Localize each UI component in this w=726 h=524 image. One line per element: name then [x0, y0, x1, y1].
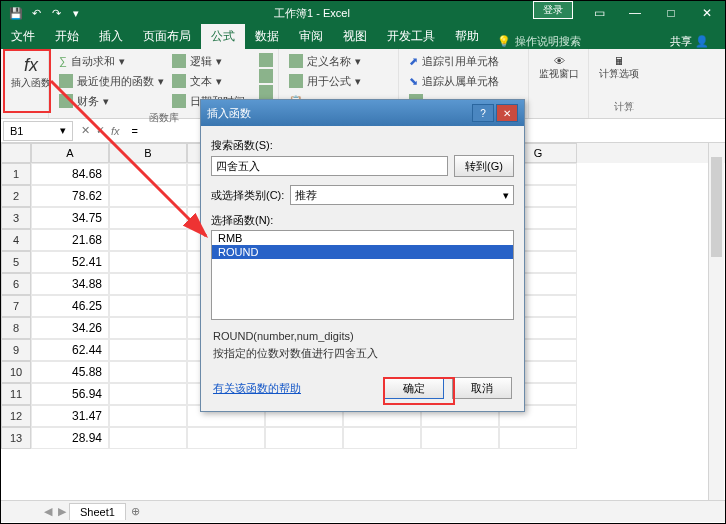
undo-icon[interactable]: ↶ [27, 4, 45, 22]
cell[interactable]: 31.47 [31, 405, 109, 427]
cell[interactable]: 78.62 [31, 185, 109, 207]
login-button[interactable]: 登录 [533, 1, 573, 19]
row-header[interactable]: 1 [1, 163, 31, 185]
calc-options-button[interactable]: 🖩 计算选项 [595, 51, 643, 85]
tab-home[interactable]: 开始 [45, 24, 89, 49]
sheet-tab[interactable]: Sheet1 [69, 503, 126, 520]
autosum-button[interactable]: ∑自动求和 ▾ [55, 51, 168, 71]
row-header[interactable]: 4 [1, 229, 31, 251]
cell[interactable]: 34.75 [31, 207, 109, 229]
new-sheet-button[interactable]: ⊕ [126, 505, 146, 518]
tab-insert[interactable]: 插入 [89, 24, 133, 49]
group-calculation: 计算 [595, 100, 653, 116]
qat-dropdown-icon[interactable]: ▾ [67, 4, 85, 22]
define-name-button[interactable]: 定义名称 ▾ [285, 51, 392, 71]
cell[interactable]: 62.44 [31, 339, 109, 361]
maximize-icon[interactable]: □ [653, 1, 689, 25]
financial-button[interactable]: 财务 ▾ [55, 91, 168, 111]
cell[interactable] [109, 339, 187, 361]
cell[interactable] [499, 427, 577, 449]
cell[interactable] [109, 207, 187, 229]
cell[interactable] [109, 295, 187, 317]
row-header[interactable]: 2 [1, 185, 31, 207]
help-link[interactable]: 有关该函数的帮助 [213, 381, 301, 396]
cell[interactable] [109, 185, 187, 207]
tell-me-search[interactable]: 💡 操作说明搜索 [489, 34, 589, 49]
cell[interactable] [109, 427, 187, 449]
cell[interactable] [109, 229, 187, 251]
tab-view[interactable]: 视图 [333, 24, 377, 49]
row-header[interactable]: 9 [1, 339, 31, 361]
tab-help[interactable]: 帮助 [445, 24, 489, 49]
list-item[interactable]: ROUND [212, 245, 513, 259]
category-select[interactable]: 推荐 ▾ [290, 185, 514, 205]
function-listbox[interactable]: RMB ROUND [211, 230, 514, 320]
close-icon[interactable]: ✕ [689, 1, 725, 25]
tab-data[interactable]: 数据 [245, 24, 289, 49]
row-header[interactable]: 5 [1, 251, 31, 273]
search-function-input[interactable] [211, 156, 448, 176]
row-header[interactable]: 7 [1, 295, 31, 317]
share-button[interactable]: 共享 👤 [662, 34, 717, 49]
row-header[interactable]: 6 [1, 273, 31, 295]
tab-review[interactable]: 审阅 [289, 24, 333, 49]
cell[interactable] [109, 361, 187, 383]
vertical-scrollbar[interactable] [708, 143, 724, 500]
row-header[interactable]: 12 [1, 405, 31, 427]
more-functions-icon[interactable] [259, 85, 273, 99]
cell[interactable]: 52.41 [31, 251, 109, 273]
logical-button[interactable]: 逻辑 ▾ [168, 51, 259, 71]
row-header[interactable]: 11 [1, 383, 31, 405]
cell[interactable]: 84.68 [31, 163, 109, 185]
column-header[interactable]: A [31, 143, 109, 163]
recent-functions-button[interactable]: 最近使用的函数 ▾ [55, 71, 168, 91]
math-trig-icon[interactable] [259, 69, 273, 83]
cell[interactable] [187, 427, 265, 449]
ribbon-options-icon[interactable]: ▭ [581, 1, 617, 25]
cell[interactable] [421, 427, 499, 449]
dialog-titlebar[interactable]: 插入函数 ? ✕ [201, 100, 524, 126]
sheet-nav-prev[interactable]: ◀ [41, 505, 55, 518]
cell[interactable] [109, 405, 187, 427]
dialog-close-icon[interactable]: ✕ [496, 104, 518, 122]
cell[interactable] [109, 317, 187, 339]
row-header[interactable]: 3 [1, 207, 31, 229]
cell[interactable] [109, 383, 187, 405]
tab-devtools[interactable]: 开发工具 [377, 24, 445, 49]
text-button[interactable]: 文本 ▾ [168, 71, 259, 91]
scrollbar-thumb[interactable] [711, 157, 722, 257]
row-header[interactable]: 8 [1, 317, 31, 339]
use-in-formula-button[interactable]: 用于公式 ▾ [285, 71, 392, 91]
save-icon[interactable]: 💾 [7, 4, 25, 22]
column-header[interactable]: B [109, 143, 187, 163]
cell[interactable] [265, 427, 343, 449]
redo-icon[interactable]: ↷ [47, 4, 65, 22]
trace-dependents-button[interactable]: ⬊追踪从属单元格 [405, 71, 522, 91]
sheet-nav-next[interactable]: ▶ [55, 505, 69, 518]
cell[interactable] [109, 273, 187, 295]
go-button[interactable]: 转到(G) [454, 155, 514, 177]
cell[interactable] [343, 427, 421, 449]
cell[interactable]: 46.25 [31, 295, 109, 317]
cell[interactable]: 56.94 [31, 383, 109, 405]
row-header[interactable]: 10 [1, 361, 31, 383]
cell[interactable]: 34.88 [31, 273, 109, 295]
tab-page-layout[interactable]: 页面布局 [133, 24, 201, 49]
watch-window-button[interactable]: 👁 监视窗口 [535, 51, 583, 85]
cell[interactable] [109, 251, 187, 273]
row-header[interactable]: 13 [1, 427, 31, 449]
cell[interactable]: 45.88 [31, 361, 109, 383]
cell[interactable]: 34.26 [31, 317, 109, 339]
cell[interactable] [109, 163, 187, 185]
trace-precedents-button[interactable]: ⬈追踪引用单元格 [405, 51, 522, 71]
list-item[interactable]: RMB [212, 231, 513, 245]
minimize-icon[interactable]: — [617, 1, 653, 25]
cell[interactable]: 21.68 [31, 229, 109, 251]
dialog-help-icon[interactable]: ? [472, 104, 494, 122]
tab-formulas[interactable]: 公式 [201, 24, 245, 49]
select-all-corner[interactable] [1, 143, 31, 163]
lookup-icon[interactable] [259, 53, 273, 67]
tab-file[interactable]: 文件 [1, 24, 45, 49]
cancel-button[interactable]: 取消 [452, 377, 512, 399]
cell[interactable]: 28.94 [31, 427, 109, 449]
